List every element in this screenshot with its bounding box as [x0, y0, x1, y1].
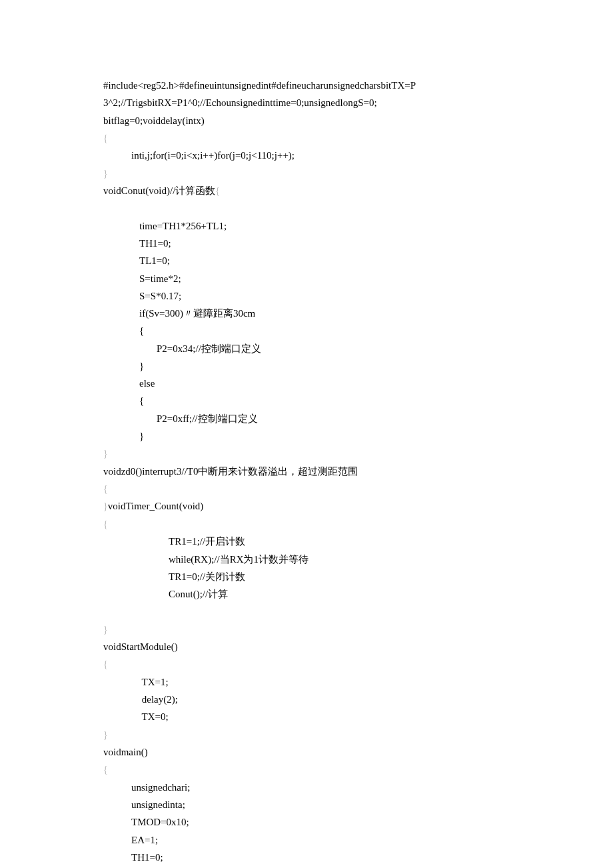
code-line: } — [103, 427, 510, 445]
code-line: TX=0; — [103, 708, 510, 725]
code-line: TH1=0; — [103, 235, 510, 252]
code-line: { — [103, 129, 510, 147]
code-line: S=S*0.17; — [103, 287, 510, 305]
code-text: while(RX);//当RX为1计数并等待 — [169, 554, 308, 565]
brace-char: { — [103, 765, 108, 775]
code-line: TH1=0; — [103, 849, 510, 866]
code-text: else — [139, 378, 155, 389]
code-text: #include<reg52.h>#defineuintunsignedint#… — [103, 80, 416, 91]
code-text: TMOD=0x10; — [131, 817, 189, 827]
code-line: bitflag=0;voiddelay(intx) — [103, 112, 510, 129]
code-text: P2=0x34;//控制端口定义 — [157, 343, 261, 354]
code-text: Conut();//计算 — [169, 589, 228, 599]
code-line: if(Sv=300)〃避障距离30cm — [103, 305, 510, 322]
code-line: Conut();//计算 — [103, 585, 510, 603]
document-page: #include<reg52.h>#defineuintunsignedint#… — [0, 0, 613, 868]
code-block: #include<reg52.h>#defineuintunsignedint#… — [103, 77, 510, 866]
code-line: unsignedinta; — [103, 796, 510, 813]
code-text: voidzd0()interrupt3//T0中断用来计数器溢出，超过测距范围 — [103, 466, 358, 477]
code-line: } — [103, 621, 510, 639]
code-text: S=S*0.17; — [139, 291, 181, 301]
code-text: inti,j;for(i=0;i<x;i++)for(j=0;j<110;j++… — [131, 150, 295, 161]
brace-char: } — [103, 730, 108, 740]
code-text: if(Sv=300)〃避障距离30cm — [139, 308, 255, 319]
code-line: time=TH1*256+TL1; — [103, 217, 510, 235]
code-text: TL1=0; — [139, 255, 170, 266]
code-line: TR1=1;//开启计数 — [103, 533, 510, 550]
code-line: voidConut(void)//计算函数{ — [103, 182, 510, 200]
code-text: S=time*2; — [139, 273, 181, 284]
code-text: delay(2); — [139, 694, 178, 705]
code-text: bitflag=0;voiddelay(intx) — [103, 115, 205, 126]
code-text: { — [139, 395, 144, 406]
code-line: TMOD=0x10; — [103, 813, 510, 831]
brace-char: { — [103, 659, 108, 669]
code-line: { — [103, 322, 510, 339]
code-line: } — [103, 357, 510, 375]
code-line: #include<reg52.h>#defineuintunsignedint#… — [103, 77, 510, 94]
brace-char: } — [103, 449, 108, 459]
code-text: EA=1; — [131, 835, 158, 845]
code-line: 3^2;//TrigsbitRX=P1^0;//Echounsignedintt… — [103, 94, 510, 111]
code-line: inti,j;for(i=0;i<x;i++)for(j=0;j<110;j++… — [103, 147, 510, 164]
code-text: TR1=1;//开启计数 — [169, 536, 245, 547]
code-line: { — [103, 655, 510, 673]
code-text: } — [139, 431, 144, 441]
code-line — [103, 200, 510, 217]
code-line: } — [103, 726, 510, 744]
brace-char: { — [103, 133, 108, 143]
code-text: } — [139, 361, 144, 371]
code-line: TR1=0;//关闭计数 — [103, 568, 510, 585]
code-line: voidmain() — [103, 743, 510, 761]
code-line: } — [103, 165, 510, 183]
code-line: voidzd0()interrupt3//T0中断用来计数器溢出，超过测距范围 — [103, 463, 510, 480]
brace-char: } — [103, 501, 108, 511]
code-line: while(RX);//当RX为1计数并等待 — [103, 551, 510, 568]
code-text: { — [139, 325, 144, 336]
brace-char: } — [103, 169, 108, 179]
code-line: else — [103, 375, 510, 392]
code-text: P2=0xff;//控制端口定义 — [157, 413, 258, 424]
code-text: TR1=0;//关闭计数 — [169, 571, 245, 582]
code-line: { — [103, 392, 510, 409]
code-line: unsignedchari; — [103, 779, 510, 796]
code-line: P2=0x34;//控制端口定义 — [103, 340, 510, 357]
code-text: voidStartModule() — [103, 641, 178, 652]
brace-char: { — [215, 186, 220, 196]
code-line — [103, 603, 510, 620]
code-line: voidStartModule() — [103, 638, 510, 655]
code-text: time=TH1*256+TL1; — [139, 221, 227, 231]
code-text: voidConut(void)//计算函数 — [103, 185, 215, 196]
code-line: { — [103, 515, 510, 533]
code-line: } — [103, 445, 510, 463]
code-line: S=time*2; — [103, 270, 510, 287]
brace-char: } — [103, 625, 108, 635]
code-text: TH1=0; — [139, 238, 171, 249]
code-line: delay(2); — [103, 691, 510, 708]
code-line: P2=0xff;//控制端口定义 — [103, 410, 510, 427]
code-text: voidTimer_Count(void) — [108, 501, 204, 511]
code-text: unsignedchari; — [131, 782, 190, 793]
code-line: }voidTimer_Count(void) — [103, 497, 510, 515]
brace-char: { — [103, 519, 108, 529]
code-text: voidmain() — [103, 747, 148, 757]
code-text: 3^2;//TrigsbitRX=P1^0;//Echounsignedintt… — [103, 97, 377, 108]
code-text: TX=1; — [139, 677, 169, 687]
code-line: TX=1; — [103, 673, 510, 691]
code-line: { — [103, 761, 510, 779]
code-line: { — [103, 480, 510, 498]
code-line: TL1=0; — [103, 252, 510, 269]
code-text: TH1=0; — [131, 852, 163, 863]
code-line: EA=1; — [103, 831, 510, 849]
code-text: TX=0; — [139, 711, 169, 722]
brace-char: { — [103, 484, 108, 494]
code-text: unsignedinta; — [131, 799, 185, 810]
